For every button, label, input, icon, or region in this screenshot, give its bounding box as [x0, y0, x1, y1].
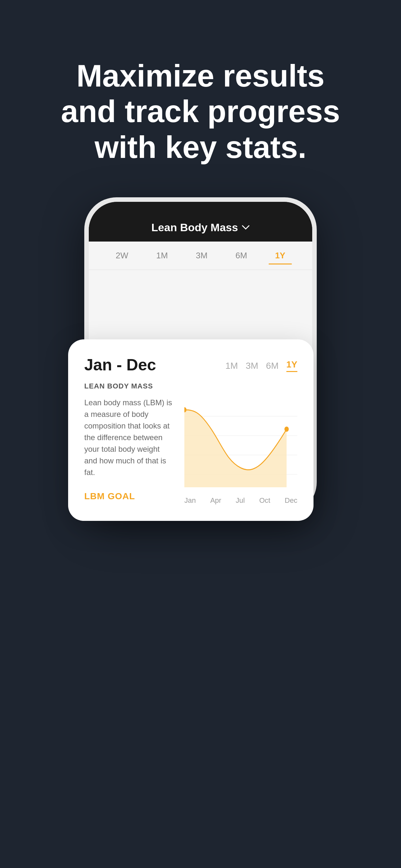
tab-3m[interactable]: 3M: [189, 248, 214, 263]
card-tab-6m[interactable]: 6M: [266, 361, 279, 371]
card-tab-1y[interactable]: 1Y: [286, 360, 297, 372]
card-tabs: 1M 3M 6M 1Y: [225, 355, 297, 372]
card-header: Jan - Dec 1M 3M 6M 1Y: [84, 355, 297, 374]
phone-title-row: Lean Body Mass: [89, 221, 312, 234]
page-container: Maximize results and track progress with…: [0, 0, 401, 868]
chart-label-dec: Dec: [285, 496, 297, 505]
card-metric-label: LEAN BODY MASS: [84, 382, 297, 391]
card-date-range: Jan - Dec: [84, 355, 156, 374]
card-overlay: Jan - Dec 1M 3M 6M 1Y LEAN BODY MASS Lea…: [68, 339, 313, 521]
card-lbm-goal[interactable]: LBM GOAL: [84, 491, 135, 501]
card-tab-3m[interactable]: 3M: [246, 361, 258, 371]
phone-wrapper: Lean Body Mass 2W 1M 3M 6M 1Y: [78, 197, 323, 515]
card-body: Lean body mass (LBM) is a measure of bod…: [84, 397, 297, 505]
tab-2w[interactable]: 2W: [109, 248, 135, 263]
card-tab-1m[interactable]: 1M: [225, 361, 238, 371]
headline: Maximize results and track progress with…: [23, 58, 378, 165]
chevron-down-icon: [242, 225, 250, 230]
tab-6m[interactable]: 6M: [229, 248, 253, 263]
lean-body-mass-chart: [184, 397, 297, 494]
notch: [165, 202, 236, 218]
chart-container: [184, 397, 297, 494]
phone-screen-title: Lean Body Mass: [151, 221, 238, 234]
card-right: Jan Apr Jul Oct Dec: [184, 397, 297, 505]
chart-label-jan: Jan: [184, 496, 196, 505]
tab-1m[interactable]: 1M: [150, 248, 174, 263]
phone-spacer: [89, 270, 312, 321]
card-description: Lean body mass (LBM) is a measure of bod…: [84, 397, 175, 478]
chart-label-apr: Apr: [210, 496, 221, 505]
chart-label-oct: Oct: [259, 496, 270, 505]
svg-point-5: [284, 427, 289, 432]
phone-tab-bar: 2W 1M 3M 6M 1Y: [89, 242, 312, 270]
chart-label-jul: Jul: [236, 496, 245, 505]
tab-1y[interactable]: 1Y: [269, 248, 292, 263]
card-left: Lean body mass (LBM) is a measure of bod…: [84, 397, 175, 505]
chart-x-labels: Jan Apr Jul Oct Dec: [184, 494, 297, 505]
